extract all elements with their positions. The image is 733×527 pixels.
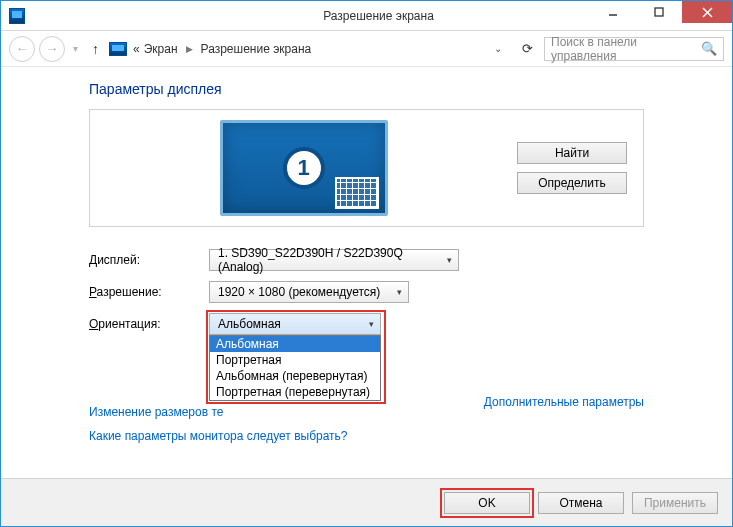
window: Разрешение экрана ← → ▾ ↑ « Экран <box>0 0 733 527</box>
orientation-option-portrait-flipped[interactable]: Портретная (перевернутая) <box>210 384 380 400</box>
navbar: ← → ▾ ↑ « Экран ▶ Разрешение экрана ⌄ ⟳ … <box>1 31 732 67</box>
display-combo-value: 1. SD390_S22D390H / S22D390Q (Analog) <box>218 246 447 274</box>
display-preview-panel: 1 Найти Определить <box>89 109 644 227</box>
ok-button-wrap: OK <box>444 492 530 514</box>
refresh-button[interactable]: ⟳ <box>514 41 540 56</box>
settings-form: Дисплей: 1. SD390_S22D390H / S22D390Q (A… <box>89 249 644 335</box>
identify-button[interactable]: Определить <box>517 172 627 194</box>
forward-icon: → <box>46 41 59 56</box>
chevron-down-icon: ▾ <box>369 319 374 329</box>
address-bar[interactable]: « Экран ▶ Разрешение экрана ⌄ <box>109 42 510 56</box>
find-button[interactable]: Найти <box>517 142 627 164</box>
crumb-resolution[interactable]: Разрешение экрана <box>201 42 312 56</box>
minimize-icon <box>608 7 618 17</box>
orientation-combo[interactable]: Альбомная ▾ <box>209 313 381 335</box>
content-area: Параметры дисплея 1 Найти Определить Дис… <box>1 67 732 478</box>
apply-button[interactable]: Применить <box>632 492 718 514</box>
address-dropdown[interactable]: ⌄ <box>486 43 510 54</box>
monitor-icon <box>109 42 127 56</box>
resolution-combo-value: 1920 × 1080 (рекомендуется) <box>218 285 380 299</box>
orientation-option-landscape[interactable]: Альбомная <box>210 336 380 352</box>
crumb-screen[interactable]: Экран <box>144 42 178 56</box>
crumb-root-sep: « <box>133 42 140 56</box>
close-button[interactable] <box>682 1 732 23</box>
orientation-option-landscape-flipped[interactable]: Альбомная (перевернутая) <box>210 368 380 384</box>
history-dropdown[interactable]: ▾ <box>69 43 82 54</box>
refresh-icon: ⟳ <box>522 41 533 56</box>
up-button[interactable]: ↑ <box>86 41 105 57</box>
forward-button[interactable]: → <box>39 36 65 62</box>
control-panel-search[interactable]: Поиск в панели управления 🔍 <box>544 37 724 61</box>
advanced-settings-link[interactable]: Дополнительные параметры <box>484 395 644 409</box>
titlebar: Разрешение экрана <box>1 1 732 31</box>
monitor-preview-wrap: 1 <box>106 120 501 216</box>
chevron-down-icon: ▾ <box>447 255 452 265</box>
monitor-preview[interactable]: 1 <box>220 120 388 216</box>
highlight-annotation <box>440 488 534 518</box>
display-label: Дисплей: <box>89 253 209 267</box>
orientation-combo-value: Альбомная <box>218 317 281 331</box>
dialog-footer: OK Отмена Применить <box>1 478 732 526</box>
close-icon <box>702 7 713 18</box>
resolution-label: Разрешение: <box>89 285 209 299</box>
resolution-combo[interactable]: 1920 × 1080 (рекомендуется) ▾ <box>209 281 409 303</box>
preview-side-buttons: Найти Определить <box>517 142 627 194</box>
svg-rect-1 <box>655 8 663 16</box>
bottom-links: Изменение размеров те Какие параметры мо… <box>89 405 644 443</box>
orientation-label: Ориентация: <box>89 317 209 331</box>
orientation-option-portrait[interactable]: Портретная <box>210 352 380 368</box>
back-button[interactable]: ← <box>9 36 35 62</box>
orientation-dropdown-list: Альбомная Портретная Альбомная (переверн… <box>209 335 381 401</box>
app-icon <box>9 8 25 24</box>
minimize-button[interactable] <box>590 1 636 23</box>
cancel-button[interactable]: Отмена <box>538 492 624 514</box>
window-controls <box>590 1 732 23</box>
search-icon: 🔍 <box>701 41 717 56</box>
maximize-icon <box>654 7 664 17</box>
keyword-overlay-icon <box>335 177 379 209</box>
up-icon: ↑ <box>92 41 99 57</box>
search-placeholder: Поиск в панели управления <box>551 35 701 63</box>
chevron-down-icon: ▾ <box>397 287 402 297</box>
maximize-button[interactable] <box>636 1 682 23</box>
monitor-number-badge: 1 <box>283 147 325 189</box>
page-heading: Параметры дисплея <box>89 81 644 97</box>
which-settings-link[interactable]: Какие параметры монитора следует выбрать… <box>89 429 644 443</box>
crumb-sep-icon: ▶ <box>182 44 197 54</box>
back-icon: ← <box>16 41 29 56</box>
display-combo[interactable]: 1. SD390_S22D390H / S22D390Q (Analog) ▾ <box>209 249 459 271</box>
